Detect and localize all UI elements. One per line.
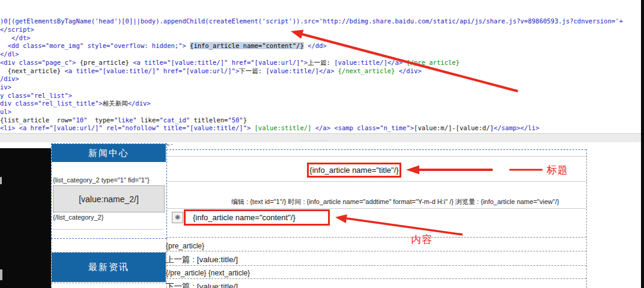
code-line: </dl> [0, 50, 641, 59]
code-line: ul> [0, 108, 641, 116]
code-token: {pre_article} [80, 59, 133, 66]
code-token: <a title="[value:title/]" href="[value:u… [133, 59, 308, 66]
code-line: y class="rel_list"> [0, 92, 641, 100]
article-content-tag: {info_article name="content"/} [186, 213, 296, 222]
content-top-blue-border [166, 149, 586, 150]
meta-divider-line [166, 208, 586, 209]
sidebar-bottom-border [51, 238, 166, 239]
code-token: type= [87, 116, 114, 124]
code-line: </dt> [0, 34, 641, 43]
latest-news-title: 最新资讯 [88, 262, 129, 273]
code-line: div class="rel_list_title">相关新闻</div> [0, 100, 641, 108]
code-token: {/next_article} [338, 67, 395, 74]
next-article-link[interactable]: 下一篇 : [value:title/] [166, 281, 238, 288]
selected-code-token: {info_article name="content"/} [190, 42, 304, 49]
divider-dots: ············· [300, 138, 329, 143]
prev-article-link[interactable]: 上一篇 : [value:title/] [166, 254, 238, 265]
latest-news-bottom-border [51, 283, 166, 283]
code-token: [value:title/]</a> [266, 67, 338, 74]
code-line: <li> <a href="[value:url/]" rel="nofollo… [0, 124, 641, 133]
code-token: {next_article} [0, 67, 64, 74]
right-edge-strip [641, 0, 644, 288]
article-title-annotation-box: {info_article name="title"/} [307, 163, 401, 178]
category-close-tag: {/list_category_2} [53, 214, 103, 221]
code-token: <div class="page_c"> [0, 59, 80, 66]
content-dashed-line-3 [166, 265, 586, 266]
code-token: </div> [395, 67, 421, 74]
sidebar-news-center-header: 新闻中心 [52, 144, 166, 162]
code-token: </a> <samp class="n_time"> [315, 124, 414, 131]
code-line: )0[(getElementsByTagName('head')[0]||bod… [0, 17, 641, 26]
category-value-box[interactable]: [value:name_2/] [53, 185, 165, 212]
content-dotted-line-2 [166, 181, 586, 182]
code-token: <li> <a href="[value:url/]" rel="nofollo… [0, 124, 255, 131]
code-line: {list_article row="10" type="like" like=… [0, 116, 641, 125]
code-token: </dt> [0, 34, 31, 41]
sidebar-right-border [166, 143, 167, 239]
code-token: "10" [72, 116, 87, 124]
code-editor-panel[interactable]: )0[(getElementsByTagName('head')[0]||bod… [0, 0, 641, 134]
left-dark-region [0, 148, 51, 288]
content-dashed-line-2 [166, 251, 586, 251]
code-token: {/pre_article} [406, 59, 460, 66]
code-token: 相关新闻 [103, 100, 128, 107]
code-line: {next_article} <a title="[value:title/]"… [0, 67, 641, 76]
category-open-tag: {list_category_2 type="1" fid="1"} [53, 176, 150, 184]
news-center-title: 新闻中心 [88, 148, 129, 159]
title-arrow [406, 166, 542, 175]
article-meta-line: 编辑 : {text id="1"/} 时间 : {info_article n… [231, 197, 559, 206]
code-line: iv> [0, 83, 641, 92]
code-token: 上一篇: [308, 59, 334, 66]
content-arrow [335, 214, 463, 235]
left-edge-notch-bottom [0, 269, 2, 280]
content-dashed-line-1 [166, 237, 586, 238]
code-line: </script> [0, 26, 641, 34]
code-token: )0[(getElementsByTagName('head')[0]||bod… [0, 17, 623, 25]
code-token: "50" [228, 116, 243, 124]
code-line: <div class="page_c"> {pre_article} <a ti… [0, 59, 641, 67]
article-content-annotation-box: {info_article name="content"/} [184, 209, 330, 226]
left-edge-notch-top [0, 177, 2, 184]
code-token: titlelen= [190, 116, 228, 124]
pre-article-open-tag: {pre_article} [166, 242, 204, 250]
code-token: div class="rel_list_title"> [0, 100, 103, 107]
content-right-border [586, 149, 587, 288]
code-token: {list_article row= [0, 116, 72, 124]
image-placeholder-glyph: ❋ [175, 214, 180, 221]
image-placeholder-icon: ❋ [172, 212, 183, 223]
code-token: [value:title/]</a> [334, 59, 406, 66]
content-dashed-line-4 [166, 278, 586, 279]
code-token: like= [137, 116, 160, 124]
code-lines: )0[(getElementsByTagName('head')[0]||bod… [0, 17, 641, 134]
sidebar-dotted-separator [53, 229, 163, 230]
pre-close-next-open-tag: {/pre_article} {next_article} [166, 269, 250, 277]
code-token: <a title="[value:title/]" href="[value:u… [64, 67, 239, 74]
content-annotation-label: 内容 [411, 233, 433, 247]
code-token: y class="rel_list"> [0, 92, 72, 99]
category-value-text: [value:name_2/] [79, 194, 139, 204]
code-token: </dd> [304, 42, 327, 49]
code-token: [value:m/]-[value:d/] [414, 124, 494, 131]
screenshot-canvas: )0[(getElementsByTagName('head')[0]||bod… [0, 0, 644, 288]
clipped-text-remnant: *| '' [166, 143, 190, 146]
code-token: </div> [128, 100, 151, 107]
code-line: <dd class="more_img" style="overflow: hi… [0, 42, 641, 50]
code-token: "cat_id" [160, 116, 190, 124]
sidebar-latest-news-header: 最新资讯 [52, 253, 166, 282]
code-token: [value:stitle/] [255, 124, 315, 131]
code-token: </samp></li> [494, 124, 539, 131]
code-token: </dl> [0, 50, 19, 58]
code-token: /div> [0, 75, 19, 82]
content-dotted-line-1 [166, 156, 586, 157]
code-token: </script> [0, 26, 34, 33]
code-line: /div> [0, 75, 641, 83]
code-token: <dd class="more_img" style="overflow: hi… [0, 42, 190, 49]
code-token: ul> [0, 108, 11, 115]
title-annotation-label: 标题 [547, 163, 568, 177]
article-title-tag: {info_article name="title"/} [309, 166, 398, 175]
code-token: 下一篇: [239, 67, 266, 74]
code-token: iv> [0, 83, 11, 91]
code-token: "like" [114, 116, 137, 124]
code-token: } [243, 116, 247, 124]
